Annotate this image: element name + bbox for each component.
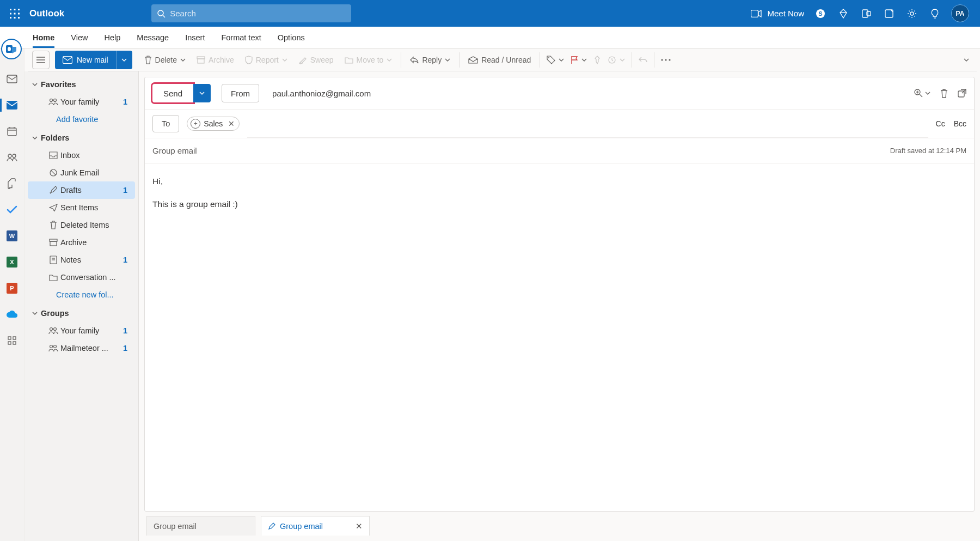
rail-calendar-icon[interactable] <box>0 120 24 142</box>
svg-rect-11 <box>751 10 758 17</box>
from-button[interactable]: From <box>222 84 259 102</box>
bcc-link[interactable]: Bcc <box>954 119 966 128</box>
search-box[interactable] <box>151 4 351 22</box>
svg-point-52 <box>54 99 57 102</box>
send-dropdown[interactable] <box>193 84 211 102</box>
favorites-header[interactable]: Favorites <box>24 75 138 93</box>
reply-button[interactable]: Reply <box>405 52 456 68</box>
pin-icon <box>593 56 601 64</box>
groups-header[interactable]: Groups <box>24 303 138 322</box>
compose-top-row: Send From paul.anthonioz@gmail.com <box>145 77 974 110</box>
tab-help[interactable]: Help <box>104 28 120 47</box>
send-button[interactable]: Send <box>152 84 193 102</box>
flag-button[interactable] <box>567 52 590 68</box>
group-your-family[interactable]: Your family 1 <box>28 322 135 339</box>
folders-header[interactable]: Folders <box>24 128 138 147</box>
group-mailmeteor[interactable]: Mailmeteor ... 1 <box>28 339 135 357</box>
report-button[interactable]: Report <box>240 52 293 68</box>
cc-link[interactable]: Cc <box>936 119 945 128</box>
teams-icon[interactable] <box>860 7 873 20</box>
remove-chip-button[interactable]: ✕ <box>228 119 235 128</box>
rail-more-apps-icon[interactable] <box>0 330 24 351</box>
app-launcher-icon[interactable] <box>5 4 24 23</box>
folder-sent[interactable]: Sent Items <box>28 199 135 216</box>
skype-icon[interactable]: S <box>814 7 827 20</box>
svg-rect-37 <box>13 337 16 339</box>
snooze-button[interactable] <box>604 52 628 68</box>
pin-button[interactable] <box>590 52 604 68</box>
tab-format-text[interactable]: Format text <box>221 28 261 47</box>
tab-insert[interactable]: Insert <box>185 28 205 47</box>
svg-rect-3 <box>10 13 11 14</box>
edit-icon <box>268 522 275 530</box>
bottom-tab-2[interactable]: Group email ✕ <box>261 516 370 536</box>
folder-conversation[interactable]: Conversation ... <box>28 269 135 286</box>
from-email: paul.anthonioz@gmail.com <box>272 89 371 98</box>
undo-button[interactable] <box>635 53 651 67</box>
more-button[interactable] <box>658 56 674 64</box>
svg-text:X: X <box>10 259 14 265</box>
svg-point-48 <box>661 59 663 60</box>
rail-onedrive-icon[interactable] <box>0 303 24 325</box>
recipient-chip-sales[interactable]: + Sales ✕ <box>187 117 240 131</box>
header-actions: Meet Now S PA <box>751 4 969 22</box>
rail-mail-icon-outline[interactable] <box>0 68 24 90</box>
tips-icon[interactable] <box>928 7 941 20</box>
avatar[interactable]: PA <box>951 4 969 22</box>
meet-now-button[interactable]: Meet Now <box>751 9 804 18</box>
create-new-folder-link[interactable]: Create new fol... <box>24 286 138 303</box>
rail-people-icon[interactable] <box>0 147 24 168</box>
rail-excel-icon[interactable]: X <box>0 251 24 273</box>
folder-icon <box>48 274 58 281</box>
to-button[interactable]: To <box>152 115 179 132</box>
folder-junk[interactable]: Junk Email <box>28 164 135 181</box>
rail-powerpoint-icon[interactable]: P <box>0 277 24 299</box>
read-unread-button[interactable]: Read / Unread <box>463 52 536 68</box>
hamburger-button[interactable] <box>32 51 50 69</box>
tag-icon <box>547 56 555 64</box>
rail-mail-icon[interactable] <box>0 94 24 116</box>
chevron-down-icon <box>32 135 38 141</box>
move-to-button[interactable]: Move to <box>339 52 398 68</box>
close-tab-button[interactable]: ✕ <box>356 522 363 531</box>
folder-archive[interactable]: Archive <box>28 234 135 251</box>
tab-home[interactable]: Home <box>33 28 54 47</box>
popout-button[interactable] <box>958 89 966 98</box>
new-mail-dropdown[interactable] <box>116 51 132 69</box>
outlook-badge-icon[interactable] <box>1 39 22 59</box>
folder-drafts[interactable]: Drafts 1 <box>28 181 135 199</box>
search-input[interactable] <box>170 9 346 18</box>
tab-message[interactable]: Message <box>137 28 169 47</box>
folder-deleted[interactable]: Deleted Items <box>28 216 135 234</box>
notes-icon[interactable] <box>883 7 896 20</box>
archive-button[interactable]: Archive <box>191 52 240 68</box>
tab-view[interactable]: View <box>71 28 88 47</box>
folder-pane: Favorites Your family 1 Add favorite Fol… <box>24 71 139 541</box>
rail-files-icon[interactable] <box>0 173 24 194</box>
premium-icon[interactable] <box>837 7 850 20</box>
tag-button[interactable] <box>543 52 567 68</box>
compose-pane: Send From paul.anthonioz@gmail.com <box>139 71 980 541</box>
search-icon <box>157 9 166 18</box>
discard-button[interactable] <box>940 89 948 98</box>
delete-button[interactable]: Delete <box>139 52 191 68</box>
add-favorite-link[interactable]: Add favorite <box>24 111 138 128</box>
trash-icon <box>48 221 58 229</box>
new-mail-button[interactable]: New mail <box>55 51 116 69</box>
rail-word-icon[interactable]: W <box>0 225 24 247</box>
bottom-tab-1[interactable]: Group email <box>146 516 255 536</box>
collapse-ribbon-icon[interactable] <box>964 57 969 63</box>
folder-inbox[interactable]: Inbox <box>28 147 135 164</box>
svg-rect-24 <box>8 128 16 136</box>
svg-point-62 <box>50 345 53 348</box>
favorite-item-your-family[interactable]: Your family 1 <box>28 93 135 111</box>
email-body[interactable]: Hi, This is a group email :) <box>145 163 974 511</box>
expand-group-icon[interactable]: + <box>191 119 200 129</box>
subject-row[interactable]: Group email Draft saved at 12:14 PM <box>145 138 974 163</box>
rail-todo-icon[interactable] <box>0 199 24 221</box>
tab-options[interactable]: Options <box>278 28 305 47</box>
folder-notes[interactable]: Notes 1 <box>28 251 135 269</box>
sweep-button[interactable]: Sweep <box>293 52 339 68</box>
zoom-button[interactable] <box>914 88 930 98</box>
settings-icon[interactable] <box>905 7 918 20</box>
